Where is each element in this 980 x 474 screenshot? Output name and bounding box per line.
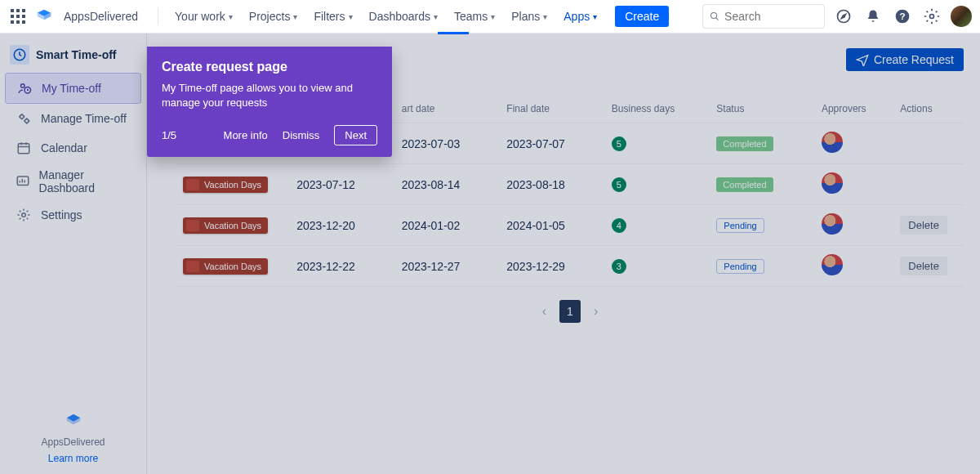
col-submit-date[interactable]: art date (395, 96, 501, 123)
brand-name: AppsDelivered (64, 10, 138, 23)
sidebar-item-calendar[interactable]: Calendar (5, 133, 141, 163)
nav-your-work[interactable]: Your work▾ (170, 7, 238, 26)
status-badge: Pending (716, 259, 764, 274)
cell-submit-date: 2023-08-14 (395, 164, 501, 205)
nav-label: Dashboards (369, 10, 431, 23)
plane-icon (856, 53, 869, 66)
nav-label: Teams (454, 10, 488, 23)
svg-point-23 (22, 213, 26, 217)
pager-next[interactable]: › (587, 301, 604, 322)
create-button[interactable]: Create (615, 6, 669, 27)
nav-apps[interactable]: Apps▾ (559, 7, 602, 26)
status-badge: Pending (716, 218, 764, 233)
approver-avatar[interactable] (822, 172, 843, 194)
col-business-days[interactable]: Business days (605, 96, 710, 123)
settings-icon (15, 206, 33, 224)
pager-prev[interactable]: ‹ (536, 301, 553, 322)
cell-submit-date: 2023-12-27 (395, 246, 501, 287)
svg-rect-21 (18, 144, 29, 154)
chevron-down-icon: ▾ (491, 12, 495, 21)
chevron-down-icon: ▾ (293, 12, 297, 21)
col-approvers[interactable]: Approvers (815, 96, 893, 123)
nav-projects[interactable]: Projects▾ (244, 7, 303, 26)
svg-rect-5 (22, 15, 25, 18)
popover-body: My Time-off page allows you to view and … (162, 81, 377, 110)
nav-label: Projects (249, 10, 291, 23)
clock-user-icon (16, 79, 33, 97)
top-nav: AppsDelivered Your work▾ Projects▾ Filte… (0, 0, 980, 34)
offtime-type-pill: Vacation Days (183, 177, 268, 193)
approver-avatar[interactable] (822, 254, 843, 275)
vacation-icon (186, 179, 199, 190)
cell-final-date: 2023-08-18 (500, 164, 605, 205)
compass-icon[interactable] (833, 6, 854, 27)
svg-rect-0 (11, 9, 14, 12)
cell-submit-date: 2023-07-03 (395, 123, 501, 164)
nav-separator (158, 7, 158, 25)
vendor-name: AppsDelivered (0, 436, 146, 448)
business-days-badge: 3 (612, 259, 626, 274)
popover-dismiss[interactable]: Dismiss (283, 129, 320, 141)
col-actions[interactable]: Actions (893, 96, 964, 123)
chevron-down-icon: ▾ (593, 12, 597, 21)
offtime-type-pill: Vacation Days (183, 258, 268, 275)
delete-button[interactable]: Delete (900, 257, 947, 275)
svg-line-10 (716, 18, 719, 20)
sidebar-item-manage-timeoff[interactable]: Manage Time-off (5, 104, 141, 133)
search-icon (710, 11, 719, 22)
user-avatar[interactable] (951, 6, 972, 27)
cell-start-date: 2023-12-20 (290, 205, 395, 246)
pager-current-page[interactable]: 1 (559, 300, 581, 323)
topnav-right: ? (702, 4, 972, 29)
cell-final-date: 2023-07-07 (500, 123, 605, 164)
app-switcher-icon[interactable] (8, 7, 28, 26)
svg-point-19 (20, 115, 24, 119)
search-input[interactable] (724, 10, 817, 23)
col-final-date[interactable]: Final date (500, 96, 605, 123)
popover-next[interactable]: Next (334, 125, 377, 145)
cell-final-date: 2023-12-29 (500, 246, 605, 287)
nav-teams[interactable]: Teams▾ (449, 7, 500, 26)
create-request-button[interactable]: Create Request (846, 48, 964, 71)
nav-label: Your work (175, 10, 225, 23)
sidebar-item-manager-dashboard[interactable]: Manager Dashboard (5, 163, 141, 200)
cell-submit-date: 2024-01-02 (395, 205, 501, 246)
cell-start-date: 2023-12-22 (290, 246, 395, 287)
approver-avatar[interactable] (822, 213, 843, 235)
global-search[interactable] (702, 4, 825, 29)
popover-more-info[interactable]: More info (224, 129, 268, 141)
svg-marker-12 (842, 15, 846, 19)
pagination: ‹ 1 › (176, 300, 964, 323)
sidebar-item-settings[interactable]: Settings (5, 200, 141, 230)
sidebar-item-label: Calendar (41, 141, 87, 154)
nav-plans[interactable]: Plans▾ (506, 7, 552, 26)
approver-avatar[interactable] (822, 132, 843, 153)
onboarding-popover: Create request page My Time-off page all… (147, 47, 392, 157)
popover-step: 1/5 (162, 129, 176, 141)
chevron-down-icon: ▾ (349, 12, 353, 21)
status-badge: Completed (716, 136, 773, 151)
help-icon[interactable]: ? (892, 6, 913, 27)
cell-final-date: 2024-01-05 (500, 205, 605, 246)
notification-bell-icon[interactable] (862, 6, 884, 27)
sidebar-footer: AppsDelivered Learn more (0, 412, 146, 464)
delete-button[interactable]: Delete (900, 216, 947, 235)
sidebar-title: Smart Time-off (36, 48, 117, 61)
nav-label: Plans (511, 10, 540, 23)
col-status[interactable]: Status (710, 96, 815, 123)
nav-filters[interactable]: Filters▾ (309, 7, 357, 26)
svg-rect-4 (16, 15, 20, 18)
settings-gear-icon[interactable] (921, 6, 942, 27)
popover-actions: 1/5 More info Dismiss Next (162, 125, 377, 145)
business-days-badge: 4 (612, 218, 626, 233)
sidebar-item-my-timeoff[interactable]: My Time-off (5, 73, 141, 104)
svg-rect-3 (11, 15, 14, 18)
svg-rect-8 (22, 20, 25, 24)
cell-start-date: 2023-07-12 (290, 164, 395, 205)
nav-label: Filters (314, 10, 345, 23)
learn-more-link[interactable]: Learn more (0, 453, 146, 464)
chevron-down-icon: ▾ (543, 12, 547, 21)
chevron-down-icon: ▾ (434, 12, 438, 21)
nav-dashboards[interactable]: Dashboards▾ (364, 7, 443, 26)
app-icon (10, 45, 29, 65)
